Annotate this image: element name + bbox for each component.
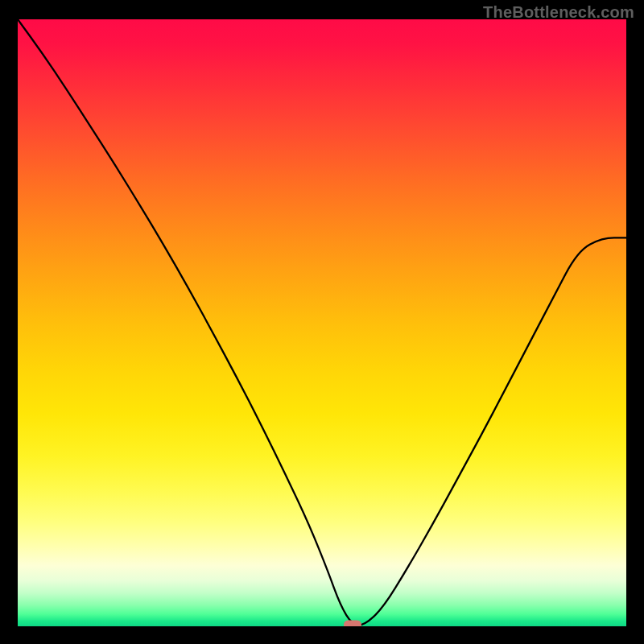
bottleneck-curve (18, 19, 626, 625)
chart-stage: TheBottleneck.com (0, 0, 644, 644)
watermark-text: TheBottleneck.com (483, 3, 634, 22)
curve-svg (18, 19, 626, 626)
plot-area (18, 19, 626, 626)
minimum-marker (344, 621, 361, 626)
